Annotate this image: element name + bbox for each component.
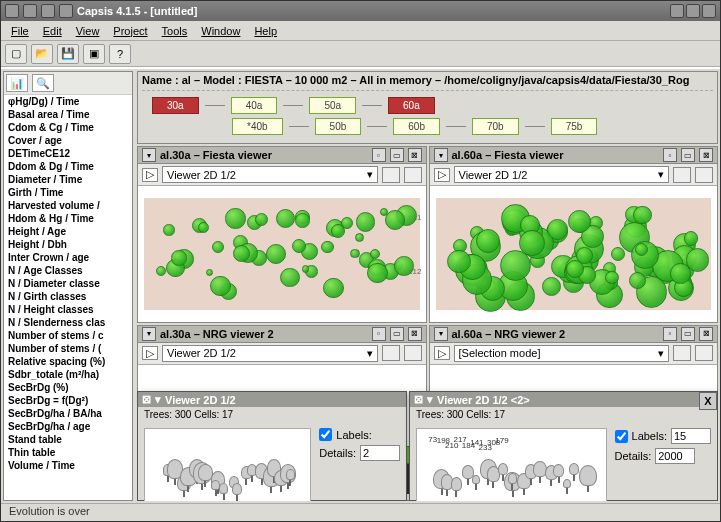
panel-tool-icon[interactable] bbox=[695, 345, 713, 361]
sidebar-item[interactable]: Diameter / Time bbox=[4, 173, 132, 186]
sidebar-item[interactable]: Stand table bbox=[4, 433, 132, 446]
panel-max-icon[interactable]: ▭ bbox=[681, 148, 695, 162]
panel-menu-icon[interactable]: ▾ bbox=[142, 148, 156, 162]
sidebar-item[interactable]: Height / Age bbox=[4, 225, 132, 238]
play-icon[interactable]: ▷ bbox=[142, 168, 158, 182]
panel-min-icon[interactable]: ▫ bbox=[663, 148, 677, 162]
sidebar-item[interactable]: N / Girth classes bbox=[4, 290, 132, 303]
toolbar-open-icon[interactable]: 📂 bbox=[31, 44, 53, 64]
labels-checkbox[interactable] bbox=[615, 430, 628, 443]
window-control-icon[interactable] bbox=[41, 4, 55, 18]
panel-max-icon[interactable]: ▭ bbox=[390, 327, 404, 341]
sidebar-item[interactable]: SecBrDg/ha / BA/ha bbox=[4, 407, 132, 420]
details-input[interactable] bbox=[360, 445, 400, 461]
menu-file[interactable]: File bbox=[5, 23, 35, 39]
close-icon[interactable]: X bbox=[699, 392, 717, 410]
play-icon[interactable]: ▷ bbox=[434, 168, 450, 182]
panel-close-icon[interactable]: ⊠ bbox=[414, 393, 423, 406]
panel-tool-icon[interactable] bbox=[673, 167, 691, 183]
minimize-icon[interactable] bbox=[670, 4, 684, 18]
close-icon[interactable] bbox=[702, 4, 716, 18]
panel-close-icon[interactable]: ⊠ bbox=[142, 393, 151, 406]
viewer-combo[interactable]: Viewer 2D 1/2▾ bbox=[162, 345, 378, 362]
float-canvas[interactable] bbox=[144, 428, 311, 501]
toolbar-close-icon[interactable]: ▣ bbox=[83, 44, 105, 64]
panel-tool-icon[interactable] bbox=[695, 167, 713, 183]
window-control-icon[interactable] bbox=[59, 4, 73, 18]
play-icon[interactable]: ▷ bbox=[434, 346, 450, 360]
sidebar-item[interactable]: Hdom & Hg / Time bbox=[4, 212, 132, 225]
panel-close-icon[interactable]: ⊠ bbox=[699, 148, 713, 162]
menu-edit[interactable]: Edit bbox=[37, 23, 68, 39]
panel-tool-icon[interactable] bbox=[404, 167, 422, 183]
sidebar-item[interactable]: Relative spacing (%) bbox=[4, 355, 132, 368]
panel-max-icon[interactable]: ▭ bbox=[390, 148, 404, 162]
panel-close-icon[interactable]: ⊠ bbox=[408, 148, 422, 162]
sidebar-item[interactable]: Inter Crown / age bbox=[4, 251, 132, 264]
sidebar-list[interactable]: φHg/Dg) / TimeBasal area / TimeCdom & Cg… bbox=[4, 95, 132, 500]
panel-menu-icon[interactable]: ▾ bbox=[434, 327, 448, 341]
scenario-node[interactable]: 60a bbox=[388, 97, 435, 114]
panel-close-icon[interactable]: ⊠ bbox=[699, 327, 713, 341]
chart-icon[interactable]: 📊 bbox=[6, 74, 28, 92]
panel-tool-icon[interactable] bbox=[382, 167, 400, 183]
floating-viewer-2[interactable]: X ⊠ ▾ Viewer 2D 1/2 <2> Trees: 300 Cells… bbox=[409, 391, 718, 501]
menu-view[interactable]: View bbox=[70, 23, 106, 39]
float-titlebar[interactable]: ⊠ ▾ Viewer 2D 1/2 bbox=[138, 392, 406, 407]
panel-close-icon[interactable]: ⊠ bbox=[408, 327, 422, 341]
play-icon[interactable]: ▷ bbox=[142, 346, 158, 360]
menu-tools[interactable]: Tools bbox=[156, 23, 194, 39]
window-control-icon[interactable] bbox=[23, 4, 37, 18]
sidebar-item[interactable]: SecBrDg/ha / age bbox=[4, 420, 132, 433]
sidebar-item[interactable]: N / Diameter classe bbox=[4, 277, 132, 290]
labels-checkbox[interactable] bbox=[319, 428, 332, 441]
window-menu-icon[interactable] bbox=[5, 4, 19, 18]
panel-menu-icon[interactable]: ▾ bbox=[155, 393, 161, 406]
panel-min-icon[interactable]: ▫ bbox=[372, 327, 386, 341]
panel-menu-icon[interactable]: ▾ bbox=[427, 393, 433, 406]
panel-tool-icon[interactable] bbox=[382, 345, 400, 361]
sidebar-item[interactable]: Basal area / Time bbox=[4, 108, 132, 121]
sidebar-item[interactable]: SecBrDg = f(Dg²) bbox=[4, 394, 132, 407]
sidebar-item[interactable]: Ddom & Dg / Time bbox=[4, 160, 132, 173]
sidebar-item[interactable]: Thin table bbox=[4, 446, 132, 459]
sidebar-item[interactable]: N / Height classes bbox=[4, 303, 132, 316]
floating-viewer-1[interactable]: ⊠ ▾ Viewer 2D 1/2 Trees: 300 Cells: 17 L… bbox=[137, 391, 407, 501]
toolbar-save-icon[interactable]: 💾 bbox=[57, 44, 79, 64]
sidebar-item[interactable]: Cover / age bbox=[4, 134, 132, 147]
panel-min-icon[interactable]: ▫ bbox=[663, 327, 677, 341]
sidebar-item[interactable]: Number of stems / c bbox=[4, 329, 132, 342]
sidebar-item[interactable]: Cdom & Cg / Time bbox=[4, 121, 132, 134]
maximize-icon[interactable] bbox=[686, 4, 700, 18]
toolbar-new-icon[interactable]: ▢ bbox=[5, 44, 27, 64]
sidebar-item[interactable]: DETimeCE12 bbox=[4, 147, 132, 160]
float-titlebar[interactable]: ⊠ ▾ Viewer 2D 1/2 <2> bbox=[410, 392, 717, 407]
viewer-canvas[interactable]: c11 c12 bbox=[138, 186, 426, 322]
menu-help[interactable]: Help bbox=[248, 23, 283, 39]
labels-input[interactable] bbox=[671, 428, 711, 444]
panel-menu-icon[interactable]: ▾ bbox=[434, 148, 448, 162]
sidebar-item[interactable]: N / Slenderness clas bbox=[4, 316, 132, 329]
sidebar-item[interactable]: Height / Dbh bbox=[4, 238, 132, 251]
panel-max-icon[interactable]: ▭ bbox=[681, 327, 695, 341]
panel-menu-icon[interactable]: ▾ bbox=[142, 327, 156, 341]
scenario-node[interactable]: 30a bbox=[152, 97, 199, 114]
scenario-node[interactable]: *40b bbox=[232, 118, 283, 135]
viewer-canvas[interactable] bbox=[430, 186, 718, 322]
sidebar-item[interactable]: Harvested volume / bbox=[4, 199, 132, 212]
details-input[interactable] bbox=[655, 448, 695, 464]
viewer-combo[interactable]: Viewer 2D 1/2▾ bbox=[454, 166, 670, 183]
scenario-node[interactable]: 50b bbox=[315, 118, 362, 135]
sidebar-item[interactable]: Volume / Time bbox=[4, 459, 132, 472]
viewer-combo[interactable]: Viewer 2D 1/2▾ bbox=[162, 166, 378, 183]
toolbar-help-icon[interactable]: ? bbox=[109, 44, 131, 64]
panel-tool-icon[interactable] bbox=[673, 345, 691, 361]
scenario-node[interactable]: 70b bbox=[472, 118, 519, 135]
menu-project[interactable]: Project bbox=[107, 23, 153, 39]
sidebar-item[interactable]: Sdbr_totale (m²/ha) bbox=[4, 368, 132, 381]
sidebar-item[interactable]: Girth / Time bbox=[4, 186, 132, 199]
sidebar-item[interactable]: Number of stems / ( bbox=[4, 342, 132, 355]
float-canvas[interactable]: 73198210217184141233308179 bbox=[416, 428, 607, 501]
sidebar-item[interactable]: φHg/Dg) / Time bbox=[4, 95, 132, 108]
scenario-node[interactable]: 60b bbox=[393, 118, 440, 135]
